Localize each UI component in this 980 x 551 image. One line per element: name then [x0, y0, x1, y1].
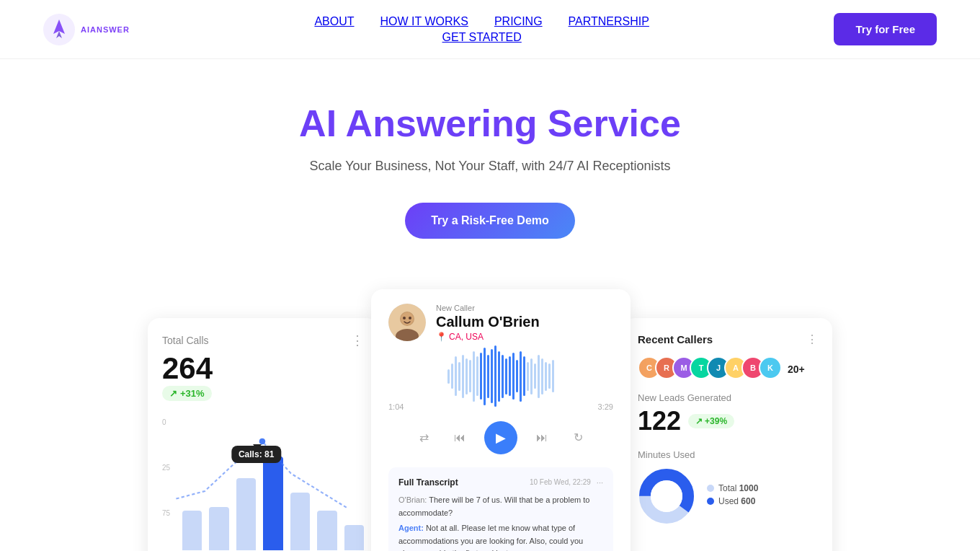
nav-top-links: ABOUT HOW IT WORKS PRICING PARTNERSHIP — [314, 15, 649, 28]
wave-bar-14 — [498, 351, 500, 402]
hero-subtitle: Scale Your Business, Not Your Staff, wit… — [14, 159, 966, 174]
audio-time: 1:04 3:29 — [388, 402, 613, 411]
wave-bar-21 — [523, 356, 525, 396]
repeat-button[interactable]: ↻ — [566, 426, 589, 449]
bar-group-sun: Sun — [344, 525, 364, 551]
wave-bar-10 — [484, 348, 486, 405]
logo-text: AIANSWER — [81, 25, 130, 34]
wave-bar-7 — [473, 351, 475, 402]
wave-bar-17 — [509, 356, 511, 396]
wave-bar-5 — [466, 358, 468, 394]
try-for-free-button[interactable]: Try for Free — [834, 13, 937, 45]
recent-menu-icon[interactable]: ⋮ — [806, 332, 818, 346]
donut-chart — [638, 467, 695, 525]
logo-link[interactable]: AIANSWER — [43, 14, 130, 45]
audio-controls: ⇄ ⏮ ▶ ⏭ ↻ — [388, 421, 613, 454]
nav-get-started[interactable]: GET STARTED — [442, 31, 522, 44]
minutes-section: Minutes Used Total 10 — [638, 449, 818, 525]
wave-bar-26 — [541, 358, 543, 394]
prev-button[interactable]: ⏮ — [448, 426, 471, 449]
transcript-text: O'Brian: There will be 7 of us. Will tha… — [398, 494, 603, 551]
bar-wed — [236, 478, 256, 550]
svg-point-8 — [403, 317, 406, 319]
total-calls-card: Total Calls ⋮ 264 ↗ +31% 100 75 25 0 Mon… — [148, 318, 378, 551]
caller-name: Callum O'Brien — [436, 314, 613, 330]
svg-point-9 — [409, 317, 411, 319]
caller-card: New Caller Callum O'Brien 📍 CA, USA 1:04… — [371, 289, 631, 551]
caller-count: 20+ — [788, 363, 805, 375]
wave-bar-13 — [494, 345, 496, 407]
bar-group-wed: Wed — [236, 478, 256, 551]
transcript-box: Full Transcript 10 Feb Wed, 22:29 ··· O'… — [388, 467, 613, 551]
avatar-stack: CRMTJABK — [638, 356, 782, 379]
hero-section: AI Answering Service Scale Your Business… — [0, 59, 980, 289]
total-dot — [707, 485, 714, 492]
wave-bar-28 — [548, 363, 551, 389]
leads-count: 122 ↗ +39% — [638, 406, 818, 436]
wave-bar-4 — [462, 355, 464, 398]
transcript-more-icon[interactable]: ··· — [597, 477, 603, 490]
recent-callers-title: Recent Callers — [638, 333, 713, 345]
transcript-date: 10 Feb Wed, 22:29 — [530, 477, 591, 488]
nav-partnership[interactable]: PARTNERSHIP — [569, 15, 649, 28]
minutes-chart: Total 1000 Used 600 — [638, 467, 818, 525]
wave-bar-29 — [552, 360, 554, 392]
bar-sat — [317, 511, 337, 550]
used-dot — [707, 498, 714, 505]
wave-bar-0 — [447, 369, 450, 384]
recent-callers-header: Recent Callers ⋮ — [638, 332, 818, 346]
svg-point-12 — [651, 480, 682, 512]
location-pin-icon: 📍 — [436, 332, 447, 342]
bar-group-fri: Fri — [290, 493, 310, 551]
leads-badge: ↗ +39% — [688, 414, 734, 428]
logo-icon — [43, 14, 75, 45]
wave-bar-25 — [538, 355, 540, 398]
leads-section: New Leads Generated 122 ↗ +39% — [638, 392, 818, 436]
time-elapsed: 1:04 — [388, 402, 404, 411]
audio-waveform — [388, 355, 613, 398]
dashboard-preview: Total Calls ⋮ 264 ↗ +31% 100 75 25 0 Mon… — [58, 289, 922, 551]
caller-avatar — [388, 304, 426, 341]
transcript-header: Full Transcript 10 Feb Wed, 22:29 ··· — [398, 476, 603, 490]
recent-callers-card: Recent Callers ⋮ CRMTJABK 20+ New Leads … — [623, 318, 832, 551]
nav-how-it-works[interactable]: HOW IT WORKS — [380, 15, 468, 28]
navbar: AIANSWER ABOUT HOW IT WORKS PRICING PART… — [0, 0, 980, 59]
nav-about[interactable]: ABOUT — [314, 15, 354, 28]
bar-group-mon: Mon — [182, 511, 202, 551]
time-total: 3:29 — [598, 402, 613, 411]
wave-bar-18 — [512, 353, 514, 400]
nav-bottom-links: GET STARTED — [442, 31, 522, 44]
wave-bar-23 — [530, 358, 533, 394]
play-button[interactable]: ▶ — [484, 421, 517, 454]
nav-pricing[interactable]: PRICING — [494, 15, 543, 28]
calls-growth-badge: ↗ +31% — [162, 386, 212, 401]
new-caller-label: New Caller — [436, 304, 613, 312]
wave-bar-22 — [527, 362, 529, 391]
next-button[interactable]: ⏭ — [530, 426, 553, 449]
wave-bar-8 — [476, 356, 478, 396]
chart-tooltip: Calls: 81 — [253, 444, 262, 450]
donut-labels: Total 1000 Used 600 — [707, 483, 758, 509]
wave-bar-12 — [491, 349, 493, 403]
chart-bars: MonTueWedThuFriSatSun — [182, 418, 364, 551]
leads-arrow-icon: ↗ — [695, 416, 703, 426]
shuffle-button[interactable]: ⇄ — [412, 426, 435, 449]
caller-header: New Caller Callum O'Brien 📍 CA, USA — [388, 304, 613, 342]
risk-free-demo-button[interactable]: Try a Risk-Free Demo — [405, 203, 575, 239]
wave-bar-9 — [480, 353, 482, 400]
nav-center: ABOUT HOW IT WORKS PRICING PARTNERSHIP G… — [314, 15, 649, 44]
caller-avatar-image — [388, 304, 426, 341]
wave-bar-15 — [502, 355, 504, 398]
calls-chart: 100 75 25 0 MonTueWedThuFriSatSun Calls:… — [162, 418, 364, 551]
wave-bar-16 — [505, 358, 507, 394]
bar-group-sat: Sat — [317, 511, 337, 551]
donut-svg — [638, 467, 695, 525]
avatar-7: K — [759, 356, 782, 379]
used-label: Used 600 — [718, 496, 755, 506]
wave-bar-6 — [469, 360, 471, 392]
wave-bar-3 — [458, 362, 460, 391]
wave-bar-11 — [487, 355, 489, 398]
wave-bar-27 — [545, 362, 547, 391]
calls-menu-icon[interactable]: ⋮ — [351, 332, 364, 348]
wave-bar-24 — [534, 363, 536, 389]
